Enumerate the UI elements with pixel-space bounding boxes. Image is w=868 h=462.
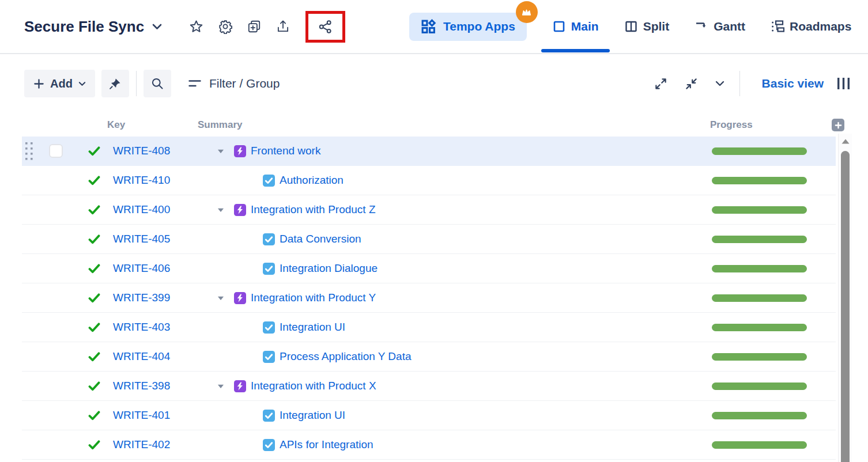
issue-key-link[interactable]: WRITE-400 [113,203,170,215]
drag-handle-icon [25,142,35,161]
task-type-icon [263,439,275,451]
issue-summary-link[interactable]: Integration UI [280,321,345,334]
issue-row[interactable]: WRITE-406Integration Dialogue [22,254,836,283]
header-right: Tempo Apps Main Split [409,0,851,53]
add-chevron-icon [78,81,86,86]
drag-handle[interactable] [22,142,46,161]
issue-row[interactable]: WRITE-403Integration UI [22,313,836,342]
progress-cell [699,206,836,214]
progress-cell [699,324,836,331]
tab-gantt[interactable]: Gantt [695,0,745,53]
star-button[interactable] [188,19,204,35]
add-column-button[interactable] [832,119,844,131]
share-highlight-box [305,11,345,43]
issue-key-link[interactable]: WRITE-402 [113,438,170,450]
scrollbar-thumb[interactable] [841,151,850,462]
issue-row[interactable]: WRITE-404Process Application Y Data [22,342,836,372]
progress-bar [712,265,807,272]
task-type-icon [263,321,275,334]
issue-key-link[interactable]: WRITE-401 [113,409,170,421]
more-tools-button[interactable] [715,81,724,86]
issue-row[interactable]: WRITE-408Frontend work [22,137,836,166]
status-done-icon [67,381,113,391]
expand-all-button[interactable] [654,77,667,90]
progress-cell [699,265,836,272]
issue-row[interactable]: WRITE-405Data Conversion [22,225,836,254]
row-checkbox[interactable] [49,144,63,158]
status-done-icon [67,411,113,421]
issue-key-link[interactable]: WRITE-399 [113,291,170,304]
issue-summary-link[interactable]: Integration with Product Z [251,203,376,216]
progress-bar [712,294,807,302]
issue-summary-link[interactable]: Integration Dialogue [280,262,378,275]
export-button[interactable] [276,19,290,34]
share-icon [318,19,333,35]
duplicate-button[interactable] [247,19,262,34]
view-selector[interactable]: Basic view [762,77,824,90]
task-type-icon [263,175,275,187]
filter-group-button[interactable]: Filter / Group [188,77,280,90]
issue-key-link[interactable]: WRITE-403 [113,321,170,333]
tempo-apps-icon [421,19,436,35]
issue-summary-link[interactable]: Frontend work [251,145,320,157]
add-button[interactable]: Add [24,70,95,97]
issue-key-link[interactable]: WRITE-398 [113,380,170,392]
row-expander-icon[interactable] [217,295,225,301]
row-expander-icon[interactable] [217,207,225,213]
vertical-scrollbar[interactable] [838,134,852,462]
progress-cell [699,412,836,419]
issue-summary-link[interactable]: Integration with Product X [251,380,376,392]
settings-button[interactable] [218,19,233,34]
status-done-icon [67,176,113,185]
issue-row[interactable]: WRITE-398Integration with Product X [22,372,836,401]
progress-cell [699,294,836,302]
issue-row[interactable]: WRITE-402APIs for Integration [22,430,836,460]
toolbar-right: Basic view [637,71,851,96]
star-icon [188,19,204,35]
issue-summary-link[interactable]: Integration UI [280,409,345,422]
progress-cell [699,441,836,449]
toolbar: Add Filter / Group [24,70,851,97]
progress-bar [712,324,807,331]
row-expander-icon[interactable] [217,148,225,154]
issue-key-link[interactable]: WRITE-410 [113,174,170,186]
issue-summary-link[interactable]: Integration with Product Y [251,291,376,304]
issue-row[interactable]: WRITE-401Integration UI [22,401,836,430]
filter-icon [188,79,201,88]
share-button[interactable] [318,19,333,35]
row-expander-icon[interactable] [217,383,225,389]
structure-title-dropdown[interactable]: Secure File Sync [24,18,162,36]
structure-board-app: Secure File Sync [0,0,868,462]
task-type-icon [263,233,275,245]
toolbar-divider [136,71,137,96]
columns-button[interactable] [836,77,851,90]
collapse-all-button[interactable] [685,77,698,90]
epic-type-icon [234,292,246,304]
issue-row[interactable]: WRITE-400Integration with Product Z [22,195,836,225]
add-column-icon [835,122,842,129]
issue-summary-link[interactable]: Authorization [280,174,344,187]
progress-bar [712,177,807,184]
search-button[interactable] [144,70,171,97]
tab-main[interactable]: Main [552,0,599,53]
issue-summary-link[interactable]: APIs for Integration [280,438,373,451]
active-tab-underline [541,49,610,52]
issue-key-link[interactable]: WRITE-405 [113,233,170,245]
column-header-progress[interactable]: Progress [710,119,753,131]
issue-row[interactable]: WRITE-410Authorization [22,166,836,195]
issue-key-link[interactable]: WRITE-404 [113,350,170,362]
scroll-up-icon[interactable] [841,138,850,145]
page-title: Secure File Sync [24,18,144,36]
column-header-summary[interactable]: Summary [198,119,242,131]
autopin-button[interactable] [101,70,129,97]
progress-bar [712,353,807,361]
issue-key-link[interactable]: WRITE-408 [113,145,170,157]
tab-roadmaps[interactable]: Roadmaps [771,0,851,53]
tempo-apps-button[interactable]: Tempo Apps [409,13,527,41]
column-header-key[interactable]: Key [107,119,125,131]
issue-row[interactable]: WRITE-399Integration with Product Y [22,283,836,313]
issue-summary-link[interactable]: Data Conversion [280,233,361,245]
issue-summary-link[interactable]: Process Application Y Data [280,350,412,363]
issue-key-link[interactable]: WRITE-406 [113,262,170,274]
tab-split[interactable]: Split [624,0,670,53]
